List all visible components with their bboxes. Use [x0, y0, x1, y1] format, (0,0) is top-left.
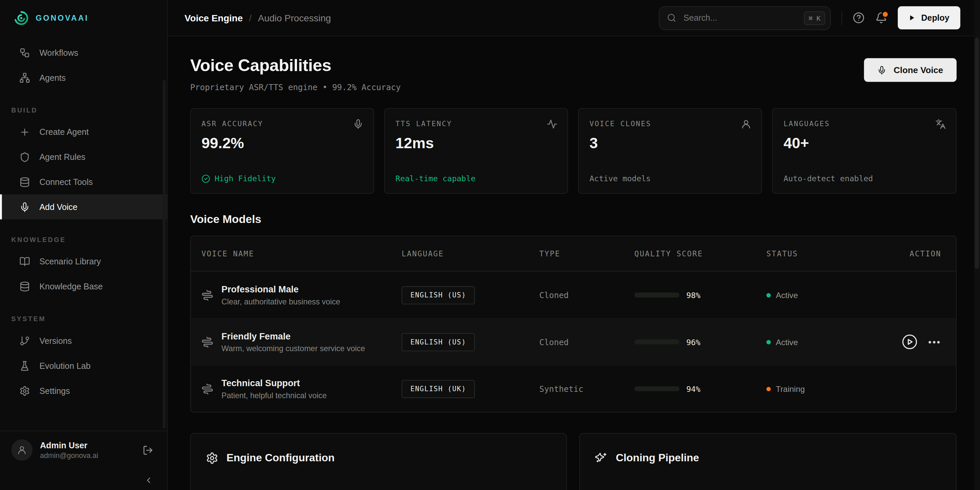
column-header-type: TYPE: [539, 249, 635, 258]
sidebar-item-label: Versions: [40, 336, 72, 345]
main-column: Voice Engine / Audio Processing ⌘ K: [168, 0, 980, 490]
search-box[interactable]: ⌘ K: [659, 6, 831, 30]
notification-dot: [882, 11, 889, 18]
voice-name: Friendly Female: [221, 331, 365, 341]
sidebar-item-connect-tools[interactable]: Connect Tools: [0, 169, 167, 194]
stat-card-asr-accuracy: ASR ACCURACY 99.2% High Fidelity: [190, 108, 374, 194]
table-row[interactable]: Friendly Female Warm, welcoming customer…: [191, 318, 956, 365]
voice-models-title: Voice Models: [190, 213, 956, 226]
voice-type: Cloned: [539, 291, 569, 300]
stat-status: High Fidelity: [202, 174, 363, 183]
notifications-button[interactable]: [875, 12, 888, 24]
chevron-left-icon: [144, 476, 153, 485]
sidebar-item-label: Knowledge Base: [40, 282, 103, 291]
user-email: admin@gonova.ai: [40, 452, 98, 459]
sidebar-item-agent-rules[interactable]: Agent Rules: [0, 144, 167, 170]
search-icon: [667, 13, 677, 22]
column-header-action: ACTION: [873, 249, 956, 258]
column-header-voice-name: VOICE NAME: [191, 249, 402, 258]
topbar: Voice Engine / Audio Processing ⌘ K: [168, 0, 980, 36]
sidebar-item-label: Agent Rules: [40, 152, 86, 162]
audio-waveform-icon: [202, 383, 213, 395]
sidebar-collapse-button[interactable]: [144, 476, 153, 485]
sidebar-item-settings[interactable]: Settings: [0, 378, 167, 403]
sidebar-item-label: Connect Tools: [40, 177, 93, 187]
stat-status: Auto-detect enabled: [784, 174, 945, 183]
status-dot: [767, 293, 771, 297]
language-badge: ENGLISH (UK): [402, 379, 475, 398]
help-button[interactable]: [853, 12, 865, 24]
voice-name-cell: Technical Support Patient, helpful techn…: [221, 378, 327, 400]
search-shortcut-kbd: ⌘ K: [803, 11, 825, 25]
quality-progress-bar: [635, 292, 679, 297]
cloning-pipeline-panel[interactable]: Cloning Pipeline: [579, 433, 956, 490]
sidebar-item-label: Add Voice: [40, 202, 78, 212]
voice-name-cell: Professional Male Clear, authoritative b…: [221, 284, 340, 306]
status-cell: Active: [767, 290, 873, 300]
page-subtitle: Proprietary ASR/TTS engine • 99.2% Accur…: [190, 82, 401, 92]
page-title: Voice Capabilities: [190, 56, 401, 76]
quality-progress-bar: [635, 339, 679, 344]
panel-title: Cloning Pipeline: [616, 452, 699, 464]
stat-status-text: High Fidelity: [215, 174, 276, 183]
breadcrumb-section[interactable]: Voice Engine: [185, 12, 243, 23]
workflow-icon: [19, 47, 30, 58]
database-icon: [19, 176, 30, 187]
page-scrollbar[interactable]: [974, 0, 980, 490]
mic-icon: [353, 119, 364, 130]
voice-type: Cloned: [539, 338, 569, 347]
sidebar-item-knowledge-base[interactable]: Knowledge Base: [0, 274, 167, 299]
stat-status: Active models: [589, 174, 751, 183]
table-row[interactable]: Technical Support Patient, helpful techn…: [191, 365, 956, 412]
sidebar-item-agents[interactable]: Agents: [0, 65, 167, 90]
sidebar-scrollbar-thumb[interactable]: [163, 80, 166, 429]
quality-score-label: 98%: [686, 290, 700, 300]
column-header-status: STATUS: [767, 249, 873, 258]
engine-configuration-panel[interactable]: Engine Configuration: [190, 433, 567, 490]
gear-icon: [206, 452, 218, 464]
check-circle-icon: [202, 174, 210, 182]
breadcrumb-page: Audio Processing: [258, 12, 331, 23]
voice-name-cell: Friendly Female Warm, welcoming customer…: [221, 331, 365, 353]
clone-voice-label: Clone Voice: [894, 65, 943, 75]
sidebar-item-workflows[interactable]: Workflows: [0, 40, 167, 65]
voice-name: Technical Support: [221, 378, 327, 388]
table-row[interactable]: Professional Male Clear, authoritative b…: [191, 271, 956, 318]
deploy-button[interactable]: Deploy: [898, 6, 960, 29]
status-text: Active: [776, 337, 798, 346]
book-open-icon: [19, 256, 30, 267]
page-content: Voice Capabilities Proprietary ASR/TTS e…: [168, 36, 980, 490]
page-scrollbar-thumb[interactable]: [975, 37, 979, 269]
stat-status: Real-time capable: [396, 174, 557, 183]
stat-status-text: Active models: [589, 174, 651, 183]
stat-value: 40+: [784, 135, 945, 152]
sidebar-item-scenario-library[interactable]: Scenario Library: [0, 249, 167, 274]
sidebar-item-label: Scenario Library: [40, 257, 101, 266]
sparkles-icon: [595, 452, 608, 464]
deploy-label: Deploy: [921, 13, 949, 22]
quality-progress-bar: [635, 386, 679, 391]
more-actions-button[interactable]: •••: [928, 338, 941, 346]
sidebar-item-versions[interactable]: Versions: [0, 328, 167, 353]
search-input[interactable]: [682, 12, 778, 23]
clone-voice-button[interactable]: Clone Voice: [864, 58, 956, 82]
logout-icon: [143, 445, 153, 455]
sidebar-item-label: Create Agent: [40, 127, 89, 136]
sidebar-item-create-agent[interactable]: Create Agent: [0, 119, 167, 144]
page-head: Voice Capabilities Proprietary ASR/TTS e…: [190, 56, 956, 92]
user-profile[interactable]: Admin User admin@gonova.ai: [11, 439, 156, 461]
sidebar-item-evolution-lab[interactable]: Evolution Lab: [0, 353, 167, 378]
plus-icon: [19, 127, 30, 137]
play-voice-button[interactable]: [902, 334, 918, 350]
column-header-quality-score: QUALITY SCORE: [635, 249, 767, 258]
bottom-panels: Engine Configuration Cloning Pipeline: [190, 433, 956, 490]
logout-button[interactable]: [143, 445, 153, 455]
status-dot: [767, 340, 771, 344]
sidebar-item-add-voice[interactable]: Add Voice: [0, 194, 167, 219]
mic-icon: [877, 65, 887, 75]
voice-description: Clear, authoritative business voice: [221, 297, 340, 306]
brand-logo[interactable]: GONOVAAI: [0, 0, 167, 36]
mic-icon: [19, 201, 30, 212]
stat-card-voice-clones: VOICE CLONES 3 Active models: [578, 108, 762, 194]
stat-label: TTS LATENCY: [396, 119, 557, 128]
